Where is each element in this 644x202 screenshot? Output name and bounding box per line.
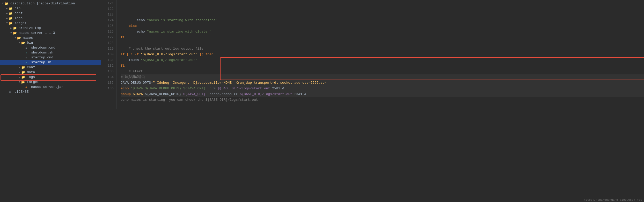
tree-item-nacos-jar[interactable]: nacos-server.jar: [0, 84, 101, 89]
folder-icon: [9, 7, 13, 10]
file-icon-sh: [25, 61, 30, 64]
tree-item-label: conf: [14, 11, 23, 15]
line-number: 135: [101, 80, 114, 86]
folder-icon: [21, 71, 26, 74]
line-number: 129: [101, 46, 114, 52]
folder-icon: [21, 75, 26, 79]
arrow-icon: [18, 76, 21, 79]
folder-icon: [9, 12, 13, 15]
tree-item-label: conf: [27, 65, 35, 69]
tree-item-startup-sh[interactable]: startup.sh: [0, 60, 101, 65]
tree-item-bin[interactable]: bin: [0, 6, 101, 11]
tree-item-label: startup.sh: [31, 60, 51, 64]
arrow-icon: [18, 71, 21, 74]
tree-item-label: archive-tmp: [19, 26, 41, 30]
folder-icon: [21, 80, 26, 84]
code-line-132: JAVA_DEBUG_OPTS="-Xdebug -Xnoagent -Djav…: [121, 80, 644, 86]
arrow-icon: [5, 22, 9, 25]
tree-item-label: nacos-server.jar: [31, 85, 63, 89]
tree-item-label: bin: [14, 6, 20, 10]
tree-item-shutdown-sh[interactable]: shutdown.sh: [0, 50, 101, 55]
folder-icon: [5, 2, 9, 5]
tree-item-label: shutdown.cmd: [31, 46, 55, 50]
arrow-icon: [18, 81, 21, 83]
code-editor: 1211221231241251261271281291301311321331…: [101, 0, 644, 109]
line-number: 130: [101, 52, 114, 57]
line-number: 131: [101, 57, 114, 63]
arrow-icon: [13, 36, 17, 39]
tree-item-shutdown-cmd[interactable]: shutdown.cmd: [0, 45, 101, 50]
tree-item-nacos-target[interactable]: target: [0, 80, 101, 84]
tree-item-label: target: [14, 21, 27, 25]
line-number: 128: [101, 40, 114, 46]
folder-icon: [21, 66, 26, 69]
tree-item-label: distribution [nacos-distribution]: [10, 2, 77, 5]
arrow-icon: [9, 27, 13, 30]
line-number: 124: [101, 18, 114, 23]
line-numbers: 1211221231241251261271281291301311321331…: [101, 0, 116, 109]
file-icon-cmd: [25, 56, 30, 59]
line-number: 133: [101, 69, 114, 74]
arrow-icon: [5, 12, 9, 15]
code-line-136: [121, 103, 644, 108]
tree-item-label: target: [27, 80, 39, 84]
line-number: 121: [101, 1, 114, 6]
tree-item-label: logs: [27, 75, 35, 79]
tree-item-data[interactable]: data: [0, 70, 101, 75]
arrow-icon: [18, 41, 21, 44]
file-icon-txt: [9, 90, 13, 94]
line-number: 136: [101, 86, 114, 91]
arrow-icon: [18, 66, 21, 69]
tree-item-label: LICENSE: [14, 90, 29, 94]
arrow-icon: [9, 32, 13, 34]
line-number: 125: [101, 23, 114, 29]
bottom-url: https://shirenchuang.blog.csdn.net: [584, 198, 642, 201]
code-line-135: echo nacos is starting, you can check th…: [121, 97, 644, 103]
bottom-bar: https://shirenchuang.blog.csdn.net: [582, 198, 644, 202]
line-number: 134: [101, 74, 114, 80]
tree-item-label: nacos: [23, 36, 33, 40]
folder-icon: [9, 21, 13, 25]
tree-item-nacos-logs[interactable]: logs: [0, 75, 101, 80]
code-line-128: touch "${BASE_DIR}/logs/start.out": [121, 57, 644, 63]
code-line-124: fi: [121, 35, 644, 40]
tree-item-nacos-conf[interactable]: conf: [0, 65, 101, 70]
tree-item-nacos-server-1.1.3[interactable]: nacos-server-1.1.3: [0, 30, 101, 35]
tree-item-conf[interactable]: conf: [0, 11, 101, 16]
code-line-131: # 加入调试端口: [121, 74, 644, 80]
tree-item-logs[interactable]: logs: [0, 16, 101, 21]
line-number: 123: [101, 12, 114, 18]
file-icon-cmd: [25, 46, 30, 49]
code-line-130: # start: [121, 69, 644, 74]
file-tree[interactable]: distribution [nacos-distribution]binconf…: [0, 0, 101, 202]
tree-item-target[interactable]: target: [0, 21, 101, 26]
editor-wrapper: 1211221231241251261271281291301311321331…: [101, 0, 644, 202]
tree-item-label: nacos-server-1.1.3: [19, 31, 55, 35]
line-number: 127: [101, 35, 114, 40]
code-area[interactable]: echo "nacos is starting with standalone"…: [116, 0, 644, 109]
code-line-122: else: [121, 23, 644, 29]
file-icon-sh: [25, 51, 30, 54]
tree-item-nacos-bin[interactable]: bin: [0, 40, 101, 45]
line-number: 132: [101, 63, 114, 69]
tree-item-label: bin: [27, 41, 33, 45]
tree-item-archive-tmp[interactable]: archive-tmp: [0, 26, 101, 30]
code-line-125: [121, 40, 644, 46]
arrow-icon: [5, 17, 9, 20]
tree-item-nacos[interactable]: nacos: [0, 35, 101, 40]
code-line-134: nohup $JAVA ${JAVA_DEBUG_OPTS} ${JAVA_OP…: [121, 91, 644, 97]
tree-item-license[interactable]: LICENSE: [0, 89, 101, 94]
code-line-133: echo "$JAVA ${JAVA_DEBUG_OPTS} ${JAVA_OP…: [121, 86, 644, 91]
tree-item-label: shutdown.sh: [31, 51, 53, 55]
line-number: 126: [101, 29, 114, 35]
arrow-icon: [5, 7, 9, 10]
folder-icon: [13, 26, 18, 30]
tree-item-startup-cmd[interactable]: startup.cmd: [0, 55, 101, 60]
code-line-129: fi: [121, 63, 644, 69]
editor-content: 1211221231241251261271281291301311321331…: [101, 0, 644, 109]
arrow-icon: [1, 2, 5, 5]
folder-icon: [17, 36, 22, 40]
folder-icon: [9, 17, 13, 20]
tree-item-label: startup.cmd: [31, 56, 53, 59]
tree-item-distribution-root[interactable]: distribution [nacos-distribution]: [0, 1, 101, 6]
